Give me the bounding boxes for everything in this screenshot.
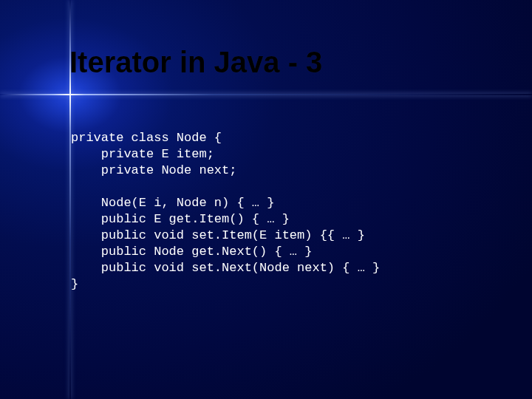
slide: Iterator in Java - 3 private class Node … xyxy=(0,0,532,399)
slide-title: Iterator in Java - 3 xyxy=(69,46,322,79)
code-line: public void set.Item(E item) {{ … } xyxy=(71,228,365,242)
code-line: public E get.Item() { … } xyxy=(71,212,290,226)
code-line: private E item; xyxy=(71,147,214,161)
code-line: public Node get.Next() { … } xyxy=(71,245,312,259)
decorative-flare-horizontal xyxy=(0,94,532,95)
code-line: private Node next; xyxy=(71,163,236,177)
code-line: private class Node { xyxy=(71,131,222,145)
code-line: Node(E i, Node n) { … } xyxy=(71,196,274,210)
code-line: public void set.Next(Node next) { … } xyxy=(71,261,380,275)
code-line: } xyxy=(71,277,78,291)
code-block: private class Node { private E item; pri… xyxy=(71,130,380,293)
